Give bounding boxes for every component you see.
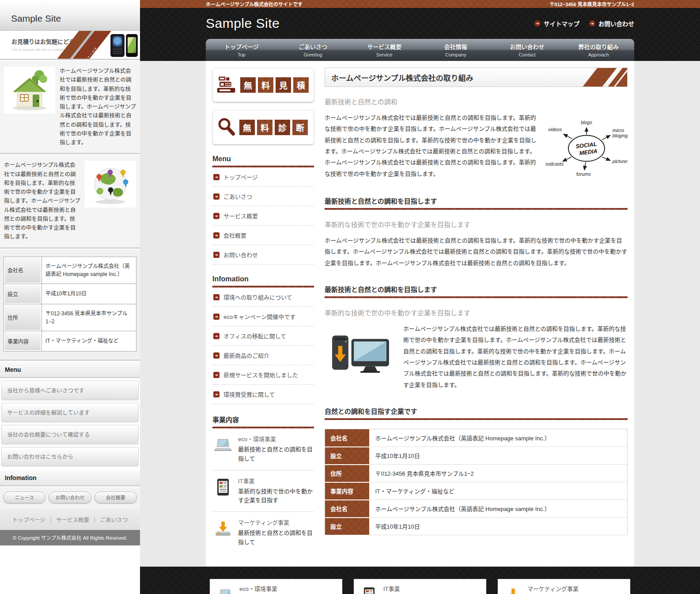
arrow-bullet-icon: ➜: [213, 232, 219, 238]
news-button[interactable]: ニュース: [3, 492, 45, 503]
section2-block: ホームページサンプル株式会社では最新技術と自然との調和を目指します。革新的な技術…: [325, 323, 628, 390]
social-media-doodle: SOCIAL MEDIA blogs videos micro: [545, 112, 628, 180]
intro-block: ホームページサンプル株式会社では最新技術と自然との調和を目指します。革新的な技術…: [325, 112, 628, 180]
download-icon: [212, 518, 234, 547]
sidebar-item-label: 会社概要: [223, 231, 246, 239]
left-panel: Sample Site スマートフォン対応 お見積りはお気軽にどうぞ This …: [0, 0, 140, 545]
sidebar-item-contact[interactable]: ➜ お問い合わせ: [212, 245, 314, 265]
info-item-eco-campaign[interactable]: ➜ ecoキャンペーン開催中です: [212, 307, 314, 326]
arrow-bullet-icon: ➜: [213, 294, 219, 300]
table-row: 会社名 ホームページサンプル株式会社（英語表記 Homepage sample …: [4, 257, 136, 284]
nav-label-jp: お問い合わせ: [492, 42, 563, 51]
contact-link[interactable]: ➜ お問い合わせ: [589, 19, 634, 28]
left-menu-item-service[interactable]: サービスの詳細を解説しています: [1, 403, 139, 422]
doodle-label-forums: forums: [576, 171, 591, 177]
arrow-bullet-icon: ➜: [213, 252, 219, 258]
footer-link-top[interactable]: トップページ: [12, 517, 45, 523]
sidebar-item-greeting[interactable]: ➜ ごあいさつ: [212, 187, 314, 206]
left-banner[interactable]: スマートフォン対応 お見積りはお気軽にどうぞ This is sample si…: [0, 31, 140, 60]
table-row: 会社名 ホームページサンプル株式会社（英語表記 Homepage sample …: [325, 500, 628, 518]
left-menu-item-contact[interactable]: お問い合わせはこちらから: [1, 447, 139, 466]
nav-greeting[interactable]: ごあいさつ Greeting: [277, 39, 349, 61]
left-site-title: Sample Site: [11, 13, 61, 24]
doodle-label-micro: micro: [613, 128, 624, 133]
footer-link-service[interactable]: サービス概要: [56, 517, 89, 523]
business-title: マーケティング事業: [238, 518, 314, 526]
row-value: ホームページサンプル株式会社（英語表記 Homepage sample Inc.…: [42, 257, 136, 284]
eco-house-image: [4, 67, 55, 114]
globe-image: [85, 161, 136, 208]
row-value: ホームページサンプル株式会社（英語表記 Homepage sample Inc.…: [369, 500, 628, 518]
table-row: 住所 〒012-3456 見本県見本市サンプル1−2: [4, 304, 136, 331]
promo2-tiles: 無 料 診 断: [239, 120, 308, 135]
footer-card-marketing[interactable]: マーケティング事業 ホームページサンプル株式会社では最新技術と自然との調和を目指…: [498, 579, 630, 594]
sidebar-item-company[interactable]: ➜ 会社概要: [212, 226, 314, 245]
table-row: 事業内容 IT・マーケティング・福祉など: [325, 482, 628, 500]
left-menu-item-greeting[interactable]: 当社から皆様へごあいさつです: [1, 381, 139, 400]
cash-register-icon: [216, 75, 237, 95]
nav-label-en: Greeting: [277, 52, 349, 57]
footer-card-it[interactable]: IT事業 革新的で先鋭的な最新技術で世の中を動かす企業を目指します。: [354, 579, 486, 594]
business-item-it[interactable]: IT事業 革新的な技術で世の中を動かす企業を目指す: [212, 470, 314, 512]
info-item-environment[interactable]: ➜ 環境への取り組みについて: [212, 288, 314, 307]
sidebar-item-service[interactable]: ➜ サービス概要: [212, 206, 314, 226]
arrow-bullet-icon: ➜: [213, 314, 219, 320]
row-value: ホームページサンプル株式会社（英語表記 Homepage sample Inc.…: [369, 429, 628, 447]
main-navigation: トップページ Top ごあいさつ Greeting サービス概要 Service…: [206, 39, 634, 61]
phone-icon: [110, 34, 125, 57]
promo-char: 料: [257, 120, 272, 135]
free-diagnosis-banner[interactable]: 無 料 診 断: [212, 110, 314, 144]
promo-char: 診: [275, 120, 290, 135]
contact-button[interactable]: お問い合わせ: [49, 492, 91, 503]
info-item-new-service[interactable]: ➜ 新規サービスを開始しました: [212, 365, 314, 385]
nav-service[interactable]: サービス概要 Service: [348, 39, 420, 61]
left-menu-item-company[interactable]: 当社の会社概要について確認する: [1, 425, 139, 444]
left-company-table-wrap: 会社名 ホームページサンプル株式会社（英語表記 Homepage sample …: [0, 249, 140, 361]
content-sidebar: 無 料 見 積 無 料: [212, 68, 314, 553]
nav-label-jp: トップページ: [206, 42, 277, 51]
left-intro-section-1: ホームページサンプル株式会社では最新技術と自然との調和を目指します。革新的な技術…: [0, 60, 140, 154]
nav-contact[interactable]: お問い合わせ Contact: [492, 39, 563, 61]
footer-card-title: IT事業: [383, 584, 480, 593]
header-links: ➜ サイトマップ ➜ お問い合わせ: [534, 19, 634, 28]
info-item-new-product[interactable]: ➜ 最新商品のご紹介: [212, 346, 314, 365]
footer-link-greeting[interactable]: ごあいさつ: [100, 517, 128, 523]
table-row: 設立 平成10年1月10日: [325, 518, 628, 535]
info-item-award[interactable]: ➜ 環境賞受賞に関して: [212, 385, 314, 404]
arrow-bullet-icon: ➜: [213, 391, 219, 397]
sidebar-item-top[interactable]: ➜ トップページ: [212, 167, 314, 187]
sitemap-link[interactable]: ➜ サイトマップ: [534, 19, 579, 28]
company-button[interactable]: 会社概要: [95, 492, 137, 503]
table-row: 設立 平成10年1月10日: [325, 447, 628, 465]
heading-underline: [325, 208, 628, 210]
site-address: 〒012−3456 見本県見本市サンプル1−2: [549, 0, 634, 8]
table-row: 事業内容 IT・マーケティング・福祉など: [4, 331, 136, 351]
business-title: eco・環境事業: [238, 435, 314, 443]
nav-top[interactable]: トップページ Top: [206, 39, 277, 61]
computer-image: [325, 323, 395, 374]
arrow-bullet-icon: ➜: [213, 213, 219, 219]
section2-paragraph: ホームページサンプル株式会社では最新技術と自然との調和を目指します。革新的な技術…: [403, 323, 628, 390]
site-description: ホームページサンプル株式会社のサイトです: [206, 0, 303, 8]
left-intro-section-2: ホームページサンプル株式会社では最新技術と自然との調和を目指します。革新的な技術…: [0, 154, 140, 248]
row-label: 会社名: [4, 257, 42, 284]
site-header: Sample Site ➜ サイトマップ ➜ お問い合わせ トップページ Top: [140, 8, 700, 61]
sidebar-item-label: サービス概要: [223, 212, 258, 220]
sidebar-info-heading: Infomation: [212, 275, 314, 286]
nav-approach[interactable]: 弊社の取り組み Approach: [563, 39, 634, 61]
doodle-label-bloging: bloging: [613, 133, 628, 138]
free-estimate-banner[interactable]: 無 料 見 積: [212, 68, 314, 102]
info-item-office-move[interactable]: ➜ オフィスの移転に関して: [212, 326, 314, 346]
nav-company[interactable]: 会社情報 Company: [420, 39, 492, 61]
row-label: 事業内容: [4, 331, 42, 351]
business-item-eco[interactable]: eco・環境事業 最新技術と自然との調和を目指して: [212, 428, 314, 470]
house-icon: [8, 69, 52, 111]
footer-card-eco[interactable]: eco・環境事業 ホームページサンプル株式会社では最新技術と自然との調和を目指し…: [210, 579, 342, 594]
table-row: 設立 平成10年1月10日: [4, 284, 136, 304]
promo-char: 無: [240, 77, 256, 93]
sidebar-item-label: ごあいさつ: [223, 192, 252, 201]
sitemap-link-label: サイトマップ: [544, 19, 579, 28]
sidebar-item-label: お問い合わせ: [223, 250, 258, 259]
site-title[interactable]: Sample Site: [206, 16, 280, 31]
business-item-marketing[interactable]: マーケティング事業 最新技術と自然との調和を目指して: [212, 511, 314, 553]
